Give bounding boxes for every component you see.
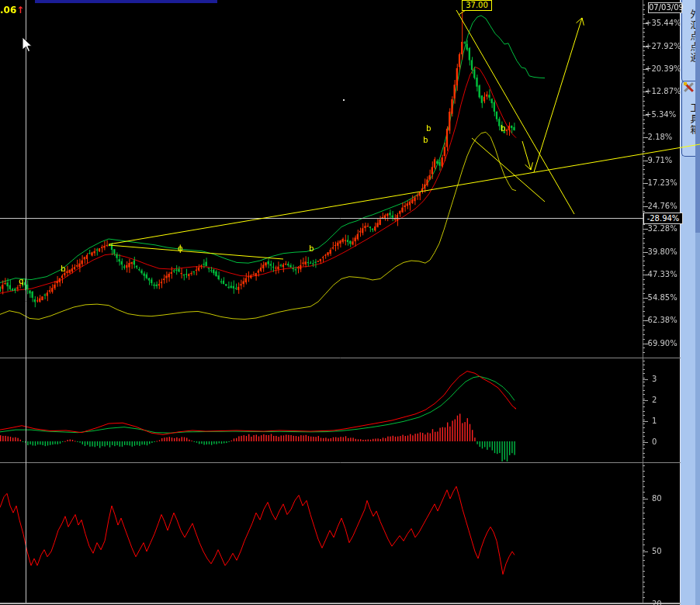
price-axis-label: -2.18% — [645, 133, 672, 141]
price-readout-value: .06 — [0, 5, 16, 16]
signal-marker: b — [61, 264, 66, 274]
signal-marker: q — [19, 276, 24, 286]
price-axis-label: +27.92% — [645, 42, 681, 50]
price-axis-label: +12.87% — [645, 87, 681, 95]
rsi-axis-label: 50 — [652, 547, 662, 555]
price-axis-label: -24.76% — [645, 202, 677, 210]
signal-marker: b — [309, 244, 314, 254]
signal-marker: ф — [178, 244, 183, 254]
price-axis-label: -32.28% — [645, 224, 677, 233]
app-window: 外汇点点通 工具箱 .06↑ 37.00 07/03/09 -28.94% +3… — [0, 0, 700, 605]
rsi-axis-label: 80 — [652, 494, 662, 503]
price-axis-label: -9.71% — [645, 156, 672, 164]
price-axis-label: -47.33% — [645, 270, 677, 278]
date-label: 07/03/09 — [648, 2, 682, 13]
macd-axis-label: 0 — [652, 437, 657, 446]
price-axis-label: -62.38% — [645, 316, 677, 324]
macd-axis-label: 2 — [652, 396, 657, 404]
price-axis-label: +35.44% — [645, 19, 681, 27]
macd-axis-label: 1 — [652, 417, 657, 425]
price-axis-label: -69.90% — [645, 339, 677, 347]
price-axis-label: -54.85% — [645, 293, 677, 302]
price-axis-label: +20.39% — [645, 64, 681, 73]
up-arrow-icon: ↑ — [16, 5, 24, 16]
signal-marker: b — [423, 135, 428, 145]
price-axis-label: +5.34% — [645, 110, 676, 119]
titlebar-strip — [35, 0, 217, 3]
price-axis-label: -17.23% — [645, 178, 677, 187]
crosshair-price-readout: .06↑ — [0, 5, 24, 16]
macd-axis-label: 3 — [652, 375, 657, 383]
mouse-cursor — [22, 36, 33, 53]
price-axis-label: -39.80% — [645, 247, 677, 256]
signal-marker: b — [501, 123, 506, 133]
signal-marker: b — [426, 123, 431, 133]
current-price-axis-badge: -28.94% — [643, 213, 683, 224]
chart-canvas[interactable] — [0, 0, 700, 605]
rsi-axis-label: 20 — [652, 600, 662, 605]
peak-price-label: 37.00 — [462, 0, 492, 11]
